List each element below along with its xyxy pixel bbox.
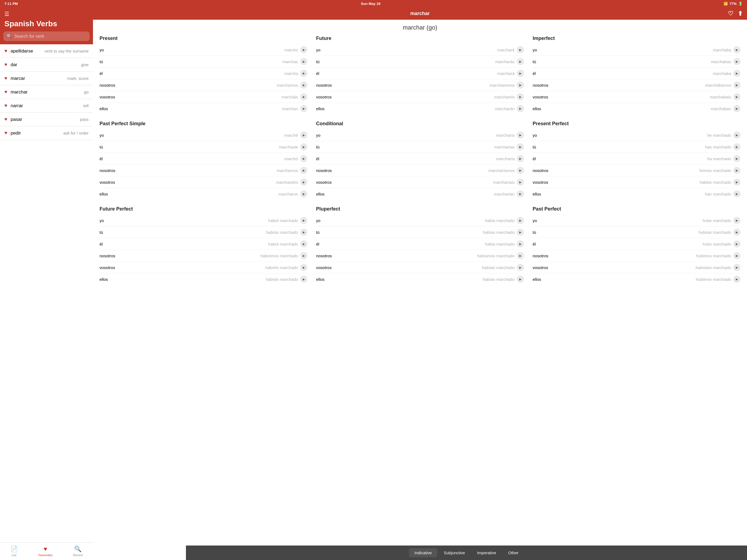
- nav-item-recent[interactable]: 🔍 Recent: [73, 545, 83, 557]
- play-button[interactable]: ▶: [300, 252, 307, 259]
- play-button[interactable]: ▶: [733, 105, 741, 112]
- play-button[interactable]: ▶: [300, 276, 307, 283]
- tab-btn-subjunctive[interactable]: Subjunctive: [438, 548, 470, 557]
- conjugated-form: marcha: [119, 71, 298, 76]
- heart-icon: ♥: [4, 62, 7, 68]
- play-button[interactable]: ▶: [517, 58, 524, 65]
- search-bar[interactable]: 🔍: [3, 31, 90, 41]
- play-button[interactable]: ▶: [300, 240, 307, 248]
- conj-row: nosotros marchamos ▶: [100, 164, 307, 176]
- play-button[interactable]: ▶: [300, 264, 307, 271]
- play-button[interactable]: ▶: [733, 81, 741, 88]
- favorite-item[interactable]: ♥ apellidarse verb to say the surname: [0, 44, 93, 58]
- pronoun: yo: [533, 48, 552, 52]
- play-button[interactable]: ▶: [733, 252, 741, 259]
- play-button[interactable]: ▶: [517, 93, 524, 100]
- play-button[interactable]: ▶: [517, 131, 524, 138]
- share-icon[interactable]: ⬆: [738, 10, 743, 17]
- play-button[interactable]: ▶: [517, 81, 524, 88]
- play-button[interactable]: ▶: [517, 217, 524, 224]
- favorite-item[interactable]: ♥ dar give: [0, 58, 93, 72]
- play-button[interactable]: ▶: [517, 167, 524, 174]
- play-button[interactable]: ▶: [733, 131, 741, 138]
- tense-title: Pluperfect: [316, 206, 524, 212]
- play-button[interactable]: ▶: [300, 93, 307, 100]
- conjugated-form: marché: [119, 133, 298, 137]
- conjugation-scroll[interactable]: Present yo marcho ▶ tú marchas ▶ él marc…: [93, 33, 747, 560]
- play-button[interactable]: ▶: [300, 190, 307, 198]
- play-button[interactable]: ▶: [517, 70, 524, 77]
- play-button[interactable]: ▶: [300, 167, 307, 174]
- conjugated-form: marcharía: [335, 156, 515, 161]
- play-button[interactable]: ▶: [300, 179, 307, 186]
- play-button[interactable]: ▶: [517, 240, 524, 248]
- nav-item-list[interactable]: 📄 List: [10, 545, 18, 557]
- play-button[interactable]: ▶: [733, 240, 741, 248]
- play-button[interactable]: ▶: [517, 264, 524, 271]
- play-button[interactable]: ▶: [300, 217, 307, 224]
- search-input[interactable]: [14, 34, 86, 39]
- favorite-item[interactable]: ♥ marcar mark, score: [0, 72, 93, 85]
- play-button[interactable]: ▶: [300, 105, 307, 112]
- pronoun: tú: [533, 230, 552, 235]
- tab-btn-indicative[interactable]: Indicative: [409, 548, 437, 557]
- play-button[interactable]: ▶: [733, 229, 741, 236]
- play-button[interactable]: ▶: [300, 58, 307, 65]
- play-button[interactable]: ▶: [733, 143, 741, 150]
- conjugated-form: ha marchado: [552, 156, 731, 161]
- tense-title: Past Perfect Simple: [100, 121, 307, 127]
- conj-row: nosotros marcharemos ▶: [316, 79, 524, 91]
- play-button[interactable]: ▶: [733, 190, 741, 198]
- play-button[interactable]: ▶: [300, 155, 307, 162]
- play-button[interactable]: ▶: [733, 93, 741, 100]
- play-button[interactable]: ▶: [733, 217, 741, 224]
- play-button[interactable]: ▶: [733, 155, 741, 162]
- pronoun: él: [316, 71, 335, 76]
- play-button[interactable]: ▶: [517, 252, 524, 259]
- nav-label: Recent: [73, 554, 83, 557]
- tense-title: Future Perfect: [100, 206, 307, 212]
- conj-row: tú marchas ▶: [100, 56, 307, 68]
- pronoun: vosotros: [316, 95, 335, 99]
- play-button[interactable]: ▶: [517, 276, 524, 283]
- play-button[interactable]: ▶: [300, 46, 307, 53]
- pronoun: vosotros: [533, 265, 552, 270]
- play-button[interactable]: ▶: [300, 81, 307, 88]
- favorite-item[interactable]: ♥ pasar pass: [0, 113, 93, 126]
- nav-item-favourites[interactable]: ♥ Favourites: [38, 545, 52, 557]
- tab-btn-imperative[interactable]: Imperative: [472, 548, 502, 557]
- heart-icon: ♥: [4, 48, 7, 54]
- play-button[interactable]: ▶: [300, 131, 307, 138]
- play-button[interactable]: ▶: [300, 229, 307, 236]
- play-button[interactable]: ▶: [517, 105, 524, 112]
- play-button[interactable]: ▶: [733, 70, 741, 77]
- play-button[interactable]: ▶: [733, 179, 741, 186]
- conj-row: yo marcharía ▶: [316, 129, 524, 141]
- play-button[interactable]: ▶: [517, 46, 524, 53]
- play-button[interactable]: ▶: [517, 179, 524, 186]
- conjugated-form: marcharía: [335, 133, 515, 137]
- favorite-item[interactable]: ♥ marchar go: [0, 85, 93, 99]
- play-button[interactable]: ▶: [517, 229, 524, 236]
- conj-row: ellos marcharían ▶: [316, 188, 524, 200]
- favorite-heart-icon[interactable]: ♡: [728, 10, 733, 17]
- favorites-list: ♥ apellidarse verb to say the surname ♥ …: [0, 44, 93, 542]
- favorite-item[interactable]: ♥ narrar tell: [0, 99, 93, 113]
- play-button[interactable]: ▶: [733, 46, 741, 53]
- play-button[interactable]: ▶: [733, 167, 741, 174]
- tab-btn-other[interactable]: Other: [503, 548, 524, 557]
- conjugated-form: habrán marchado: [119, 277, 298, 282]
- play-button[interactable]: ▶: [733, 276, 741, 283]
- play-button[interactable]: ▶: [300, 70, 307, 77]
- play-button[interactable]: ▶: [733, 58, 741, 65]
- play-button[interactable]: ▶: [300, 143, 307, 150]
- hamburger-icon[interactable]: ☰: [4, 11, 9, 17]
- tab-bar: IndicativeSubjunctiveImperativeOther: [186, 545, 747, 560]
- favorite-item[interactable]: ♥ pedir ask for / order: [0, 126, 93, 140]
- play-button[interactable]: ▶: [517, 155, 524, 162]
- conjugated-form: marcharias: [335, 145, 515, 149]
- play-button[interactable]: ▶: [733, 264, 741, 271]
- play-button[interactable]: ▶: [517, 143, 524, 150]
- conjugated-form: marcharéis: [335, 95, 515, 99]
- play-button[interactable]: ▶: [517, 190, 524, 198]
